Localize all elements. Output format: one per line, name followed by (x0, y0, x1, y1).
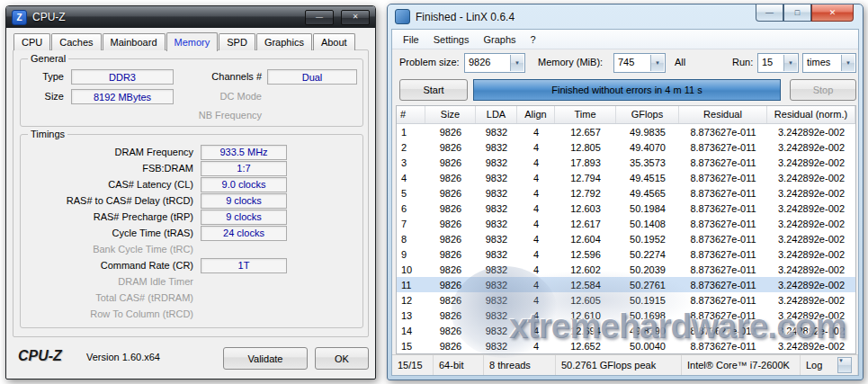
table-row[interactable]: 1498269832412.69449.83908.873627e-0113.2… (397, 323, 855, 338)
problem-size-combo[interactable]: 9826 ▼ (464, 53, 525, 73)
close-icon: ✕ (353, 13, 359, 21)
table-row[interactable]: 798269832412.61750.14088.873627e-0113.24… (397, 216, 855, 231)
cpuz-body: CPUCachesMainboardMemorySPDGraphicsAbout… (7, 28, 374, 378)
timing-row: FSB:DRAM1:7 (21, 160, 362, 176)
cpuz-titlebar[interactable]: Z CPU-Z — ✕ (6, 6, 375, 28)
cell: 9826 (425, 249, 476, 260)
start-button[interactable]: Start (399, 79, 468, 101)
column-header-residual[interactable]: Residual (679, 106, 767, 123)
memory-combo[interactable]: 745 ▼ (613, 53, 666, 73)
tab-cpu[interactable]: CPU (13, 33, 50, 50)
cell: 9826 (425, 234, 476, 245)
cpuz-footer: CPU-Z Version 1.60.x64 Validate OK (7, 343, 374, 375)
cell: 9832 (476, 188, 517, 199)
cell: 9826 (425, 127, 476, 138)
combo-arrow-icon: ▼ (783, 55, 797, 71)
run-units-combo[interactable]: times ▼ (802, 53, 856, 73)
cell: 9832 (476, 234, 517, 245)
cell: 49.9835 (616, 127, 679, 138)
timings-rows: DRAM Frequency933.5 MHzFSB:DRAM1:7CAS# L… (21, 144, 362, 322)
cell: 9832 (476, 310, 517, 321)
tab-memory[interactable]: Memory (166, 32, 219, 51)
timing-label: DRAM Frequency (21, 147, 201, 157)
menu-settings[interactable]: Settings (426, 32, 477, 47)
run-count-combo[interactable]: 15 ▼ (757, 53, 799, 73)
cell: 3.242892e-002 (767, 173, 855, 183)
cell: 12.596 (555, 249, 616, 260)
cell: 12.610 (555, 310, 616, 321)
timing-label: Row To Column (tRCD) (21, 308, 201, 319)
tab-graphics[interactable]: Graphics (256, 33, 312, 50)
menu-help[interactable]: ? (523, 32, 543, 47)
column-header-lda[interactable]: LDA (476, 106, 517, 123)
table-row[interactable]: 998269832412.59650.22748.873627e-0113.24… (397, 246, 855, 262)
cell: 12.604 (555, 234, 616, 245)
cell: 12.605 (555, 295, 616, 306)
cell: 8.873627e-011 (679, 280, 767, 290)
table-row[interactable]: 898269832412.60450.19528.873627e-0113.24… (397, 231, 855, 246)
cell: 4 (517, 142, 555, 153)
minimize-button[interactable]: — (756, 4, 783, 22)
linx-client: FileSettingsGraphs? Problem size: 9826 ▼… (391, 29, 859, 376)
validate-button[interactable]: Validate (223, 347, 308, 370)
timing-row: Command Rate (CR)1T (21, 257, 362, 273)
cell: 50.1984 (616, 203, 679, 214)
cell: 8 (397, 234, 425, 245)
tab-mainboard[interactable]: Mainboard (103, 33, 166, 50)
cpuz-app-icon: Z (12, 10, 27, 25)
cell: 9826 (425, 341, 476, 352)
cell: 5 (397, 188, 425, 199)
log-dropdown[interactable]: Log▼ (801, 355, 858, 375)
cell: 12.652 (555, 341, 616, 352)
table-row[interactable]: 1098269832412.60250.20398.873627e-0113.2… (397, 262, 855, 277)
column-header-time[interactable]: Time (555, 106, 616, 123)
minimize-button[interactable]: — (305, 10, 334, 25)
stop-button[interactable]: Stop (790, 79, 856, 101)
cell: 8.873627e-011 (679, 341, 767, 352)
table-row[interactable]: 498269832412.79449.45158.873627e-0113.24… (397, 170, 855, 185)
column-header-residual-norm[interactable]: Residual (norm.) (767, 106, 855, 123)
table-row[interactable]: 1398269832412.61050.16988.873627e-0113.2… (397, 308, 855, 323)
table-row[interactable]: 698269832412.60350.19848.873627e-0113.24… (397, 201, 855, 216)
cell: 12.603 (555, 203, 616, 214)
cell: 3.242892e-002 (767, 341, 855, 352)
maximize-button[interactable]: □ (783, 4, 811, 22)
linx-caption-buttons: — □ ✕ (756, 4, 854, 22)
cell: 4 (517, 264, 555, 275)
table-row[interactable]: 398269832417.89335.35738.873627e-0113.24… (397, 155, 855, 170)
timing-row: CAS# Latency (CL)9.0 clocks (21, 176, 362, 192)
table-row[interactable]: 298269832412.80549.40708.873627e-0113.24… (397, 139, 855, 155)
cell: 4 (517, 280, 555, 290)
menu-file[interactable]: File (396, 32, 426, 47)
column-header-gflops[interactable]: GFlops (616, 106, 679, 123)
close-button[interactable]: ✕ (341, 10, 370, 25)
table-row[interactable]: 1598269832412.65250.00408.873627e-0113.2… (397, 338, 855, 353)
table-row[interactable]: 1198269832412.58450.27618.873627e-0113.2… (397, 277, 855, 292)
dc-mode-label: DC Mode (184, 91, 262, 102)
table-row[interactable]: 1298269832412.60550.19158.873627e-0113.2… (397, 292, 855, 308)
ok-button[interactable]: OK (315, 347, 369, 370)
cell: 9832 (476, 157, 517, 168)
status-panel-64-bit: 64-bit (434, 355, 484, 375)
cell: 6 (397, 203, 425, 214)
tab-about[interactable]: About (313, 33, 355, 50)
column-header-size[interactable]: Size (425, 106, 476, 123)
cell: 3.242892e-002 (767, 142, 855, 153)
menu-graphs[interactable]: Graphs (476, 32, 523, 47)
column-header-align[interactable]: Align (517, 106, 555, 123)
general-groupbox: General Type DDR3 Channels # Dual Size 8… (20, 58, 363, 127)
cell: 50.2274 (616, 249, 679, 260)
tab-caches[interactable]: Caches (51, 33, 101, 50)
status-text: Intel® Core™ i7-2600K (687, 360, 790, 371)
close-button[interactable]: ✕ (811, 4, 854, 22)
column-header-item[interactable]: # (397, 106, 425, 123)
table-row[interactable]: 598269832412.79249.45658.873627e-0113.24… (397, 185, 855, 201)
tab-spd[interactable]: SPD (219, 33, 255, 50)
cell: 12.584 (555, 280, 616, 290)
timings-group-title: Timings (28, 129, 67, 139)
cell: 15 (397, 341, 425, 352)
cell: 9832 (476, 280, 517, 290)
table-row[interactable]: 198269832412.65749.98358.873627e-0113.24… (397, 124, 855, 139)
status-panel-8-threads: 8 threads (484, 355, 556, 375)
cell: 4 (517, 310, 555, 321)
